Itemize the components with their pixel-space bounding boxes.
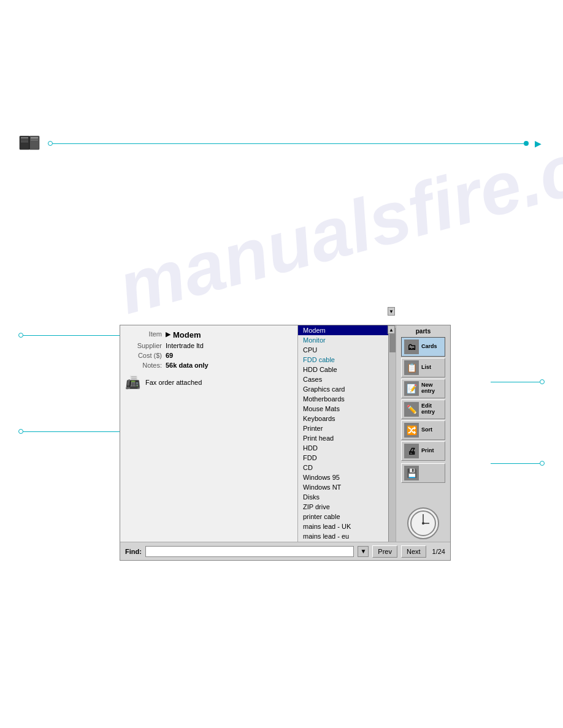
- list-item[interactable]: Windows 95: [298, 472, 396, 482]
- bottom-bar: Find: ▼ Prev Next 1/24: [120, 542, 450, 560]
- svg-point-11: [422, 522, 424, 525]
- list-scrollbar[interactable]: [388, 325, 396, 542]
- cards-icon: 🗂: [404, 339, 419, 354]
- fax-icon: 📠: [125, 375, 140, 390]
- print-label: Print: [421, 448, 434, 454]
- item-arrow: ▶: [166, 330, 170, 339]
- detail-body: 📠 Fax order attached: [125, 375, 293, 390]
- list-item[interactable]: Modem: [298, 325, 396, 335]
- list-item[interactable]: FDD: [298, 453, 396, 463]
- find-input[interactable]: [145, 546, 354, 557]
- cost-label: Cost ($): [125, 352, 162, 359]
- cost-value: 69: [166, 352, 173, 359]
- right-line-1: [491, 382, 540, 382]
- new-entry-label: Newentry: [421, 382, 435, 395]
- notes-value: 56k data only: [166, 362, 209, 369]
- prev-button[interactable]: Prev: [372, 545, 397, 558]
- extra-icon: 💾: [404, 466, 419, 480]
- app-window: Item ▶ Modem Supplier Intertrade ltd Cos…: [120, 325, 451, 561]
- svg-rect-3: [21, 137, 28, 138]
- supplier-value: Intertrade ltd: [166, 342, 204, 349]
- list-button[interactable]: 📋 List: [401, 358, 445, 377]
- left-line-1: [23, 335, 121, 336]
- scroll-up-arrow[interactable]: ▲: [388, 325, 395, 334]
- right-annotation-1: [491, 379, 545, 384]
- sort-button[interactable]: 🔀 Sort: [401, 420, 445, 440]
- right-dot-1: [540, 379, 545, 384]
- list-item[interactable]: mains lead - eu: [298, 531, 396, 541]
- list-item[interactable]: Printer: [298, 423, 396, 433]
- watermark: manualsfire.com: [109, 97, 563, 330]
- next-button[interactable]: Next: [401, 545, 426, 558]
- cost-row: Cost ($) 69: [125, 352, 293, 359]
- edit-entry-button[interactable]: ✏️ Editentry: [401, 400, 445, 419]
- list-item[interactable]: CD: [298, 463, 396, 472]
- left-line-2: [23, 431, 121, 432]
- list-item[interactable]: CPU: [298, 345, 396, 355]
- find-dropdown[interactable]: ▼: [358, 546, 369, 557]
- notes-label: Notes:: [125, 362, 162, 369]
- list-item[interactable]: mains lead - UK: [298, 521, 396, 531]
- sort-icon: 🔀: [404, 423, 419, 438]
- list-item[interactable]: Motherboards: [298, 394, 396, 404]
- print-button[interactable]: 🖨 Print: [401, 441, 445, 461]
- left-dot-2: [18, 429, 23, 434]
- list-item[interactable]: Windows NT: [298, 482, 396, 492]
- list-item[interactable]: Monitor: [298, 335, 396, 345]
- find-label: Find:: [125, 548, 142, 555]
- line-dot-left: [48, 141, 53, 146]
- list-item[interactable]: Cases: [298, 374, 396, 384]
- page-info: 1/24: [432, 548, 445, 555]
- list-panel: ModemMonitorCPUFDD cableHDD CableCasesGr…: [298, 325, 396, 542]
- left-annotation-1: [18, 333, 121, 338]
- fax-label: Fax order attached: [145, 379, 202, 386]
- item-label: Item: [125, 330, 162, 339]
- sort-label: Sort: [421, 427, 432, 433]
- svg-rect-6: [31, 137, 38, 138]
- supplier-label: Supplier: [125, 342, 162, 349]
- list-item[interactable]: Mouse Mats: [298, 404, 396, 414]
- extra-button[interactable]: 💾: [401, 463, 445, 483]
- list-item[interactable]: HDD: [298, 443, 396, 453]
- detail-panel: Item ▶ Modem Supplier Intertrade ltd Cos…: [120, 325, 298, 542]
- svg-rect-7: [31, 140, 38, 140]
- items-list: ModemMonitorCPUFDD cableHDD CableCasesGr…: [298, 325, 396, 541]
- list-item[interactable]: printer cable: [298, 512, 396, 521]
- play-icon[interactable]: ▶: [535, 138, 545, 148]
- list-scroll-controls: ▲ ▼: [388, 325, 395, 334]
- list-item[interactable]: ZIP drive: [298, 502, 396, 512]
- fax-line: 📠 Fax order attached: [125, 375, 293, 390]
- left-dot-1: [18, 333, 23, 338]
- right-dot-2: [540, 461, 545, 466]
- svg-rect-5: [21, 142, 28, 142]
- top-line-segment: [53, 143, 524, 144]
- new-entry-button[interactable]: 📝 Newentry: [401, 379, 445, 398]
- list-icon: 📋: [404, 360, 419, 375]
- right-annotation-2: [491, 461, 545, 466]
- new-entry-icon: 📝: [404, 381, 419, 396]
- left-annotation-2: [18, 429, 121, 434]
- item-value: Modem: [173, 330, 201, 339]
- list-item[interactable]: Keyboards: [298, 414, 396, 423]
- svg-rect-4: [21, 140, 28, 140]
- scroll-down-arrow[interactable]: ▼: [388, 307, 395, 316]
- right-line-2: [491, 463, 540, 464]
- list-item[interactable]: Disks: [298, 492, 396, 502]
- list-item[interactable]: Graphics card: [298, 384, 396, 394]
- item-row: Item ▶ Modem: [125, 330, 293, 339]
- supplier-row: Supplier Intertrade ltd: [125, 342, 293, 349]
- top-decoration: ▶: [18, 134, 545, 153]
- cards-button[interactable]: 🗂 Cards: [401, 337, 445, 357]
- toolbar-panel: parts 🗂 Cards 📋 List 📝 Newentry ✏️ Edite…: [396, 325, 450, 542]
- notes-row: Notes: 56k data only: [125, 362, 293, 369]
- cards-label: Cards: [421, 344, 437, 350]
- list-item[interactable]: FDD cable: [298, 355, 396, 365]
- list-item[interactable]: HDD Cable: [298, 365, 396, 374]
- edit-entry-icon: ✏️: [404, 402, 419, 417]
- line-dot-right: [524, 141, 529, 146]
- list-item[interactable]: Print head: [298, 433, 396, 443]
- list-label: List: [421, 365, 431, 371]
- toolbar-title: parts: [416, 328, 431, 335]
- print-icon: 🖨: [404, 444, 419, 458]
- edit-entry-label: Editentry: [421, 403, 435, 415]
